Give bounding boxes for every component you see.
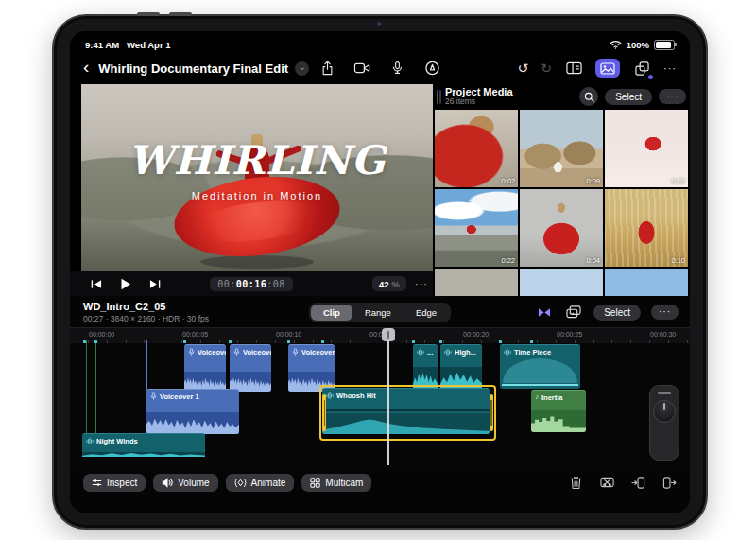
badge-dot xyxy=(648,75,653,79)
timeline-clip-night-winds[interactable]: Night Winds xyxy=(82,433,205,457)
clip-label: Voiceover 3 xyxy=(301,348,335,357)
edge-dot xyxy=(83,340,86,343)
clip-label: High... xyxy=(455,348,476,357)
timecode-display[interactable]: 00:00:16:08 xyxy=(210,277,293,291)
edit-mode-segmented-control: Clip Range Edge xyxy=(309,303,451,322)
skip-forward-button[interactable] xyxy=(147,277,163,290)
more-options-icon[interactable]: ··· xyxy=(663,63,677,74)
blade-cut-icon[interactable] xyxy=(599,475,614,490)
volume-label: Volume xyxy=(178,478,209,488)
timeline-clip-whoosh-hit[interactable]: Whoosh Hit xyxy=(322,388,490,434)
mode-range[interactable]: Range xyxy=(352,305,404,321)
connected-clips-icon[interactable] xyxy=(564,303,583,322)
media-item-count: 26 items xyxy=(445,97,513,106)
edge-dot xyxy=(412,340,415,343)
timeline-clip-inertia[interactable]: ♪Inertia xyxy=(531,390,586,432)
media-thumbnail[interactable] xyxy=(435,269,518,296)
paste-clipboard-icon[interactable] xyxy=(632,59,651,78)
append-edit-icon[interactable] xyxy=(662,475,677,490)
media-browser-icon[interactable] xyxy=(595,59,620,78)
clip-label: Voiceover 2 xyxy=(198,348,226,357)
waveform-line xyxy=(502,384,579,387)
media-thumbnail[interactable]: 0:10 xyxy=(605,189,688,267)
insert-edit-icon[interactable] xyxy=(630,475,645,490)
clip-label: Voiceover 2 xyxy=(243,348,271,357)
media-thumbnail[interactable]: 0:02 xyxy=(435,110,518,187)
transport-bar: 00:00:16:08 42% ··· xyxy=(70,271,433,296)
play-button[interactable] xyxy=(118,277,133,290)
undo-icon[interactable]: ↺ xyxy=(518,61,529,75)
markup-pencil-icon[interactable] xyxy=(423,59,442,78)
timeline-ruler[interactable]: 00:00:00 00:00:05 00:00:10 00:00:15 00:0… xyxy=(70,327,690,343)
share-export-icon[interactable] xyxy=(318,59,337,78)
viewer-video[interactable]: WHIRLING Meditation in Motion xyxy=(81,84,433,271)
clip-label: Time Piece xyxy=(514,348,551,357)
multicam-button[interactable]: Multicam xyxy=(301,474,371,492)
front-camera xyxy=(377,22,383,27)
volume-button[interactable]: Volume xyxy=(153,474,217,492)
clip-edge-line xyxy=(146,340,147,390)
jog-wheel-grip[interactable] xyxy=(658,392,671,394)
status-bar: 9:41 AM Wed Apr 1 100% xyxy=(70,37,690,52)
media-thumbnail[interactable] xyxy=(605,269,688,296)
media-select-button[interactable]: Select xyxy=(605,89,652,105)
microphone-icon[interactable] xyxy=(388,59,407,78)
redo-icon[interactable]: ↻ xyxy=(541,61,552,75)
timeline-toolbar: Inspect Volume Animate Multicam xyxy=(70,467,690,497)
search-icon[interactable] xyxy=(579,87,598,106)
timeline-clip-voiceover3[interactable]: Voiceover 3 xyxy=(288,344,335,392)
timeline-clip-high[interactable]: High... xyxy=(440,344,482,390)
timeline-clip-voiceover1[interactable]: Voiceover 1 xyxy=(146,389,239,434)
mode-edge[interactable]: Edge xyxy=(404,305,449,321)
music-note-icon: ♪ xyxy=(535,393,539,401)
media-thumbnail[interactable]: 0:09 xyxy=(520,110,603,187)
mic-icon xyxy=(233,348,240,357)
media-panel-header: Project Media 26 items Select ··· xyxy=(435,84,690,109)
viewer-zoom-control[interactable]: 42% xyxy=(372,276,406,291)
mic-icon xyxy=(188,348,195,357)
app-toolbar: ‹ Whirling Documentary Final Edit ⌄ xyxy=(70,54,690,82)
ruler-label: 00:00:10 xyxy=(276,331,301,338)
clip-label: Night Winds xyxy=(96,437,138,445)
audio-wave-icon xyxy=(86,437,94,445)
playhead-line xyxy=(387,340,389,465)
ruler-label: 00:00:05 xyxy=(182,331,208,338)
skip-back-button[interactable] xyxy=(89,277,104,290)
audio-wave-icon xyxy=(504,348,511,357)
content-area: WHIRLING Meditation in Motion xyxy=(70,84,690,296)
video-overlay-title: WHIRLING xyxy=(81,137,433,183)
mode-clip[interactable]: Clip xyxy=(311,305,352,321)
title-chevron-button[interactable]: ⌄ xyxy=(295,61,309,76)
panel-drag-handle[interactable] xyxy=(437,90,438,104)
page: 9:41 AM Wed Apr 1 100% ‹ W xyxy=(0,0,756,540)
media-thumbnail[interactable]: 0:22 xyxy=(435,189,518,267)
browser-layout-icon[interactable] xyxy=(564,59,583,78)
media-more-button[interactable]: ··· xyxy=(659,89,686,104)
jog-wheel-toggle-icon[interactable] xyxy=(535,303,554,322)
clip-duration: 0:09 xyxy=(586,177,600,185)
timeline-more-button[interactable]: ··· xyxy=(651,305,679,320)
camera-icon[interactable] xyxy=(353,59,372,78)
timeline-select-button[interactable]: Select xyxy=(593,305,641,321)
back-button[interactable]: ‹ xyxy=(83,58,89,76)
mic-icon xyxy=(292,348,299,357)
timeline-clip-sfx[interactable]: ... xyxy=(413,344,438,390)
media-thumbnail[interactable]: 0:02 xyxy=(605,110,688,187)
edge-dot xyxy=(287,340,290,343)
timeline-clip-voiceover2-a[interactable]: Voiceover 2 xyxy=(184,344,226,392)
jog-wheel[interactable] xyxy=(649,385,679,461)
video-overlay-subtitle: Meditation in Motion xyxy=(81,190,433,201)
animate-label: Animate xyxy=(251,478,286,488)
animate-button[interactable]: Animate xyxy=(226,474,295,492)
media-thumbnail[interactable] xyxy=(520,269,603,296)
trash-icon[interactable] xyxy=(568,475,583,490)
playhead-handle[interactable] xyxy=(382,328,395,341)
jog-wheel-dial[interactable] xyxy=(653,400,676,423)
edge-dot xyxy=(229,340,232,343)
inspect-button[interactable]: Inspect xyxy=(83,474,146,492)
mic-icon xyxy=(150,392,157,401)
viewer-more-icon[interactable]: ··· xyxy=(415,278,428,289)
media-thumbnail[interactable]: 0:04 xyxy=(520,189,603,267)
timeline-clip-timepiece[interactable]: Time Piece xyxy=(500,344,580,389)
timeline-clip-voiceover2-b[interactable]: Voiceover 2 xyxy=(230,344,271,392)
